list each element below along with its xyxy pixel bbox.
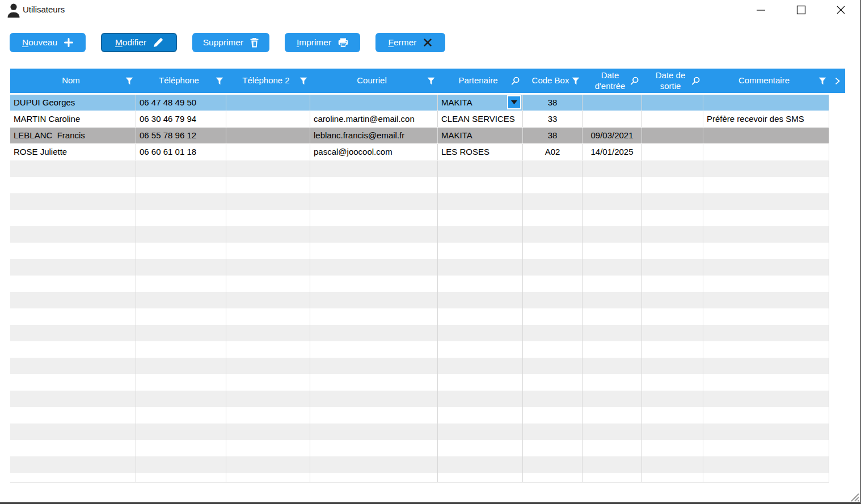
filter-icon[interactable] [572, 77, 580, 85]
cell-codebox[interactable]: 38 [523, 128, 583, 143]
empty-cell-commentaire [703, 374, 829, 391]
cell-codebox[interactable]: 38 [523, 95, 583, 111]
chevron-right-icon[interactable] [835, 77, 841, 85]
cell-telephone[interactable]: 06 60 61 01 18 [136, 144, 226, 160]
filter-icon[interactable] [427, 77, 435, 85]
resize-grip[interactable] [847, 489, 859, 502]
cell-partenaire[interactable]: MAKITA [438, 128, 523, 143]
column-header-label-commentaire: Commentaire [738, 75, 794, 86]
cell-courriel[interactable]: caroline.martin@email.con [310, 111, 438, 127]
empty-cell-telephone [136, 473, 226, 482]
cell-partenaire[interactable]: MAKITA [438, 95, 523, 111]
column-header-telephone[interactable]: Téléphone [136, 69, 226, 93]
cell-partenaire[interactable]: CLEAN SERVICES [438, 111, 523, 127]
cell-telephone2[interactable] [226, 95, 310, 111]
cell-date_entree[interactable]: 09/03/2021 [583, 128, 642, 143]
empty-cell-date_entree [583, 193, 642, 210]
cell-nom[interactable]: DUPUI Georges [10, 95, 136, 111]
column-header-telephone2[interactable]: Téléphone 2 [226, 69, 310, 93]
cell-partenaire[interactable]: LES ROSES [438, 144, 523, 160]
empty-cell-partenaire [438, 325, 523, 341]
cell-telephone[interactable]: 06 47 48 49 50 [136, 95, 226, 111]
column-header-partenaire[interactable]: Partenaire [438, 69, 523, 93]
cell-nom[interactable]: ROSE Juliette [10, 144, 136, 160]
minimize-button[interactable] [755, 4, 766, 15]
empty-cell-commentaire [703, 177, 829, 193]
cell-nom[interactable]: MARTIN Caroline [10, 111, 136, 127]
empty-cell-telephone [136, 226, 226, 243]
cell-telephone[interactable]: 06 55 78 96 12 [136, 128, 226, 143]
nouveau-button-label: Nouveau [22, 37, 57, 48]
empty-cell-codebox [523, 243, 583, 259]
filter-icon[interactable] [216, 77, 223, 85]
empty-cell-codebox [523, 456, 583, 473]
cell-telephone2[interactable] [226, 111, 310, 127]
empty-cell-courriel [310, 358, 438, 374]
column-header-codebox[interactable]: Code Box [523, 69, 583, 93]
column-header-date_sortie[interactable]: Date de sortie [642, 69, 703, 93]
close-button[interactable] [835, 4, 846, 15]
empty-cell-commentaire [703, 456, 829, 473]
cell-codebox[interactable]: A02 [523, 144, 583, 160]
column-header-date_entree[interactable]: Date d'entrée [583, 69, 642, 93]
empty-cell-nom [10, 407, 136, 423]
cell-date_entree[interactable]: 14/01/2025 [583, 144, 642, 160]
cell-commentaire[interactable] [703, 144, 829, 160]
cell-date_sortie[interactable] [642, 111, 703, 127]
empty-cell-courriel [310, 473, 438, 482]
search-icon[interactable] [511, 77, 520, 86]
cell-date_entree[interactable] [583, 95, 642, 111]
cell-commentaire[interactable] [703, 95, 829, 111]
empty-cell-codebox [523, 325, 583, 341]
maximize-button[interactable] [795, 4, 807, 15]
filter-icon[interactable] [125, 77, 133, 85]
column-header-label-telephone2: Téléphone 2 [242, 75, 294, 86]
empty-cell-partenaire [438, 473, 523, 482]
cell-telephone2[interactable] [226, 128, 310, 143]
cell-date_entree[interactable] [583, 111, 642, 127]
cell-date_sortie[interactable] [642, 128, 703, 143]
empty-cell-telephone [136, 456, 226, 473]
cell-codebox[interactable]: 33 [523, 111, 583, 127]
search-icon[interactable] [630, 77, 639, 86]
empty-cell-nom [10, 210, 136, 226]
cell-date_sortie[interactable] [642, 144, 703, 160]
table-empty-row [10, 177, 829, 193]
empty-cell-nom [10, 325, 136, 341]
search-icon[interactable] [691, 77, 700, 86]
empty-cell-date_sortie [642, 177, 703, 193]
empty-cell-date_entree [583, 160, 642, 177]
supprimer-button[interactable]: Supprimer [192, 33, 269, 52]
empty-cell-codebox [523, 358, 583, 374]
column-header-commentaire[interactable]: Commentaire [703, 69, 829, 93]
cell-courriel[interactable]: pascal@joocool.com [310, 144, 438, 160]
cell-date_sortie[interactable] [642, 95, 703, 111]
cell-nom[interactable]: LEBLANC Francis [10, 128, 136, 143]
partenaire-dropdown-button[interactable] [507, 95, 521, 109]
column-header-label-nom: Nom [62, 75, 85, 86]
empty-cell-nom [10, 358, 136, 374]
cell-commentaire[interactable]: Préfère recevoir des SMS [703, 111, 829, 127]
filter-icon[interactable] [818, 77, 826, 85]
empty-cell-nom [10, 308, 136, 325]
column-header-nom[interactable]: Nom [10, 69, 136, 93]
cell-courriel[interactable] [310, 95, 438, 111]
column-header-label-date_entree: Date d'entrée [595, 70, 630, 92]
cell-telephone2[interactable] [226, 144, 310, 160]
empty-cell-courriel [310, 243, 438, 259]
imprimer-button-label: Imprimer [297, 37, 331, 48]
filter-icon[interactable] [299, 77, 307, 85]
cell-telephone[interactable]: 06 30 46 79 94 [136, 111, 226, 127]
cell-commentaire[interactable] [703, 128, 829, 143]
nouveau-button[interactable]: Nouveau [10, 33, 86, 52]
cell-courriel[interactable]: leblanc.francis@email.fr [310, 128, 438, 143]
empty-cell-codebox [523, 226, 583, 243]
empty-cell-courriel [310, 259, 438, 276]
column-header-courriel[interactable]: Courriel [310, 69, 438, 93]
fermer-button[interactable]: Fermer [375, 33, 445, 52]
empty-cell-commentaire [703, 226, 829, 243]
empty-cell-courriel [310, 308, 438, 325]
modifier-button[interactable]: Modifier [101, 33, 177, 52]
more-columns-indicator[interactable] [829, 69, 845, 93]
imprimer-button[interactable]: Imprimer [285, 33, 360, 52]
